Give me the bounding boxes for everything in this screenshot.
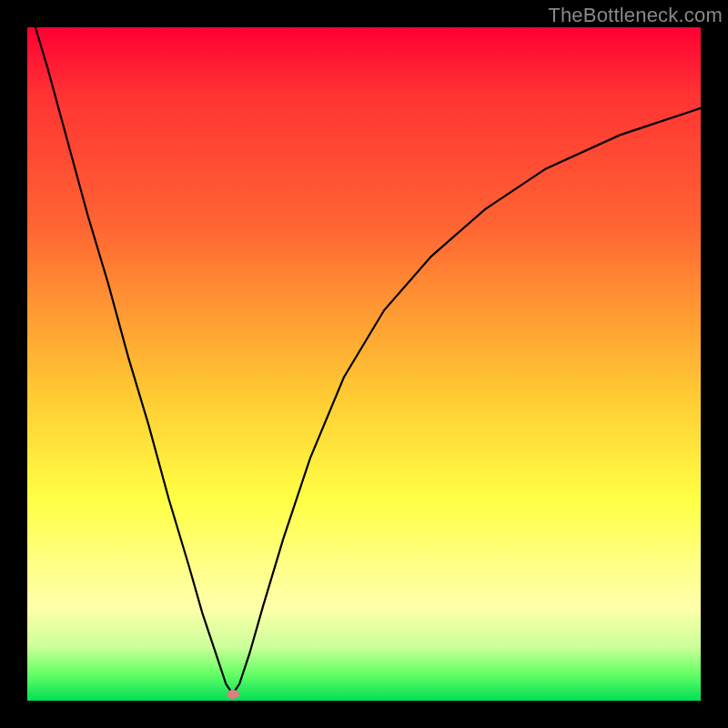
watermark-label: TheBottleneck.com	[548, 4, 723, 27]
plot-area	[27, 27, 701, 701]
bottleneck-curve	[27, 27, 701, 701]
optimum-marker-icon	[227, 690, 239, 699]
chart-frame: TheBottleneck.com	[0, 0, 728, 728]
curve-path	[27, 27, 701, 694]
